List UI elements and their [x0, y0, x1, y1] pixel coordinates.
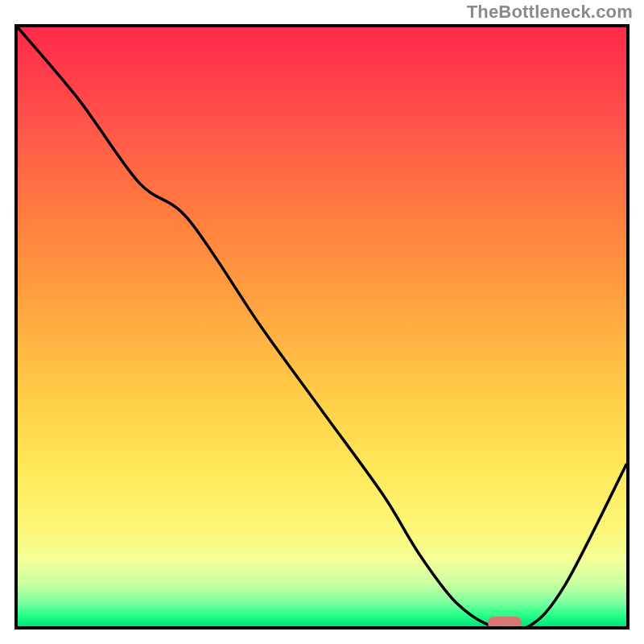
curve-path: [18, 27, 626, 626]
optimal-marker: [488, 617, 522, 630]
bottleneck-curve: [18, 27, 626, 626]
plot-area: [14, 24, 630, 630]
chart-container: TheBottleneck.com: [0, 0, 644, 644]
watermark-text: TheBottleneck.com: [467, 2, 633, 23]
